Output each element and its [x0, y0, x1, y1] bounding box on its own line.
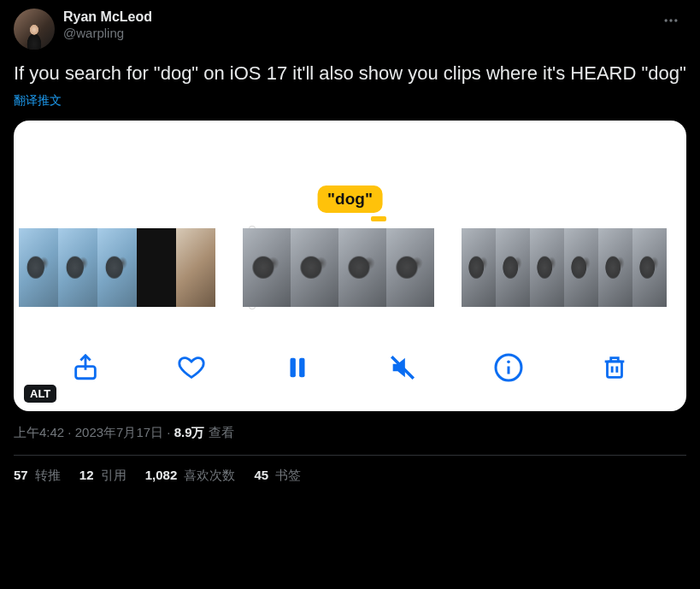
- thumbnail: [19, 228, 58, 307]
- like-button[interactable]: [174, 350, 209, 385]
- thumbnail: [386, 228, 434, 307]
- thumbnail: [496, 228, 530, 307]
- tweet-header: Ryan McLeod @warpling: [14, 9, 686, 50]
- avatar[interactable]: [14, 9, 55, 50]
- thumbnail: [598, 228, 632, 307]
- mute-button[interactable]: [385, 350, 420, 385]
- thumbnail: [462, 228, 496, 307]
- trash-icon: [600, 353, 629, 382]
- tweet-text: If you search for "dog" on iOS 17 it'll …: [14, 62, 686, 86]
- svg-point-0: [665, 19, 668, 21]
- date[interactable]: 2023年7月17日: [75, 425, 163, 439]
- media-card[interactable]: "dog": [14, 121, 686, 411]
- more-button[interactable]: [659, 9, 683, 36]
- stat-retweets[interactable]: 57 转推: [14, 468, 61, 484]
- views-label: 查看: [205, 425, 234, 439]
- stat-likes[interactable]: 1,082 喜欢次数: [145, 468, 236, 484]
- tweet: Ryan McLeod @warpling If you search for …: [14, 9, 686, 484]
- handle: @warpling: [63, 26, 152, 42]
- info-icon: [493, 352, 524, 383]
- stat-bookmarks[interactable]: 45 书签: [254, 468, 301, 484]
- thumbnail: [243, 228, 291, 307]
- thumbnail: [291, 228, 338, 307]
- thumbnail: [97, 228, 137, 307]
- alt-badge[interactable]: ALT: [24, 385, 56, 403]
- clip-group-active[interactable]: [243, 228, 434, 307]
- svg-point-2: [674, 19, 677, 21]
- thumbnail: [58, 228, 97, 307]
- tweet-stats: 57 转推 12 引用 1,082 喜欢次数 45 书签: [14, 468, 686, 484]
- divider: [14, 455, 686, 456]
- time[interactable]: 上午4:42: [14, 425, 64, 439]
- thumbnail: [564, 228, 598, 307]
- delete-button[interactable]: [597, 350, 632, 385]
- more-icon: [662, 12, 679, 29]
- thumbnail: [176, 228, 215, 307]
- speaker-muted-icon: [388, 353, 417, 382]
- svg-point-1: [669, 19, 672, 21]
- heart-icon: [177, 353, 206, 382]
- thumbnail: [530, 228, 564, 307]
- thumbnail: [338, 228, 386, 307]
- thumbnail: [137, 228, 176, 307]
- timeline-marker: [371, 216, 386, 221]
- views-count: 8.9万: [174, 425, 205, 439]
- share-icon: [71, 353, 100, 382]
- video-timeline[interactable]: [14, 228, 686, 307]
- clip-group[interactable]: [462, 228, 667, 307]
- author-names[interactable]: Ryan McLeod @warpling: [63, 9, 152, 42]
- clip-group[interactable]: [19, 228, 215, 307]
- info-button[interactable]: [491, 350, 526, 385]
- search-term-tag: "dog": [317, 186, 383, 213]
- pause-button[interactable]: [280, 350, 315, 385]
- thumbnail: [632, 228, 667, 307]
- share-button[interactable]: [68, 350, 103, 385]
- translate-link[interactable]: 翻译推文: [14, 93, 686, 109]
- pause-icon: [283, 353, 312, 382]
- svg-rect-4: [290, 357, 295, 377]
- media-toolbar: [14, 343, 686, 392]
- svg-rect-5: [299, 357, 304, 377]
- tweet-meta: 上午4:42 · 2023年7月17日 · 8.9万 查看: [14, 425, 686, 441]
- stat-quotes[interactable]: 12 引用: [79, 468, 126, 484]
- display-name: Ryan McLeod: [63, 9, 152, 26]
- svg-rect-9: [608, 362, 622, 377]
- svg-point-8: [507, 360, 510, 363]
